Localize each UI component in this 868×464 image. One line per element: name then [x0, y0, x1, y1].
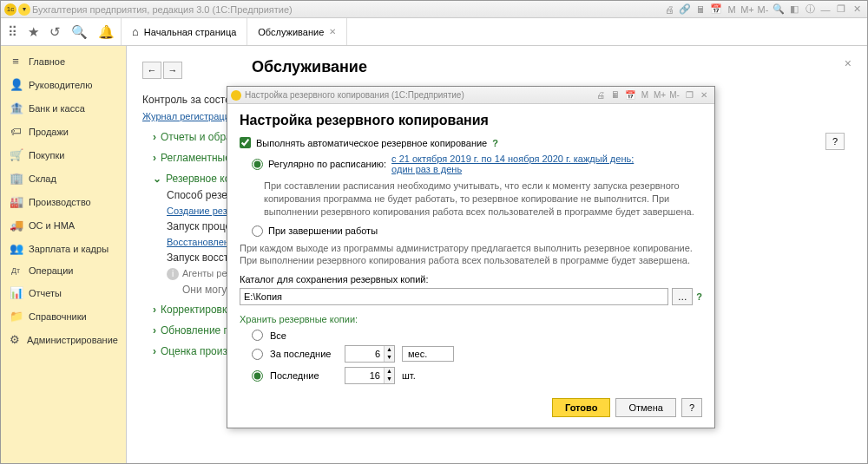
sidebar-item-assets[interactable]: 🚚ОС и НМА	[1, 213, 126, 237]
browse-button[interactable]: …	[672, 288, 693, 305]
sidebar-item-bank[interactable]: 🏦Банк и касса	[1, 96, 126, 120]
dialog-calendar-icon[interactable]: 📅	[623, 89, 637, 101]
onexit-desc: При каждом выходе из программы администр…	[240, 242, 702, 268]
ready-button[interactable]: Готово	[552, 398, 610, 417]
sidebar-item-label: Покупки	[29, 150, 64, 160]
content-help-button[interactable]: ?	[825, 133, 845, 150]
close-icon[interactable]: ✕	[850, 3, 864, 16]
retain-lastn-radio[interactable]	[252, 349, 263, 360]
dialog-m-minus-icon[interactable]: M-	[667, 89, 681, 101]
lastn-spinner[interactable]: ▲▼	[345, 345, 395, 363]
dialog-help-button[interactable]: ?	[681, 398, 702, 417]
dialog-print-icon[interactable]: 🖨	[594, 89, 608, 101]
sidebar-item-sales[interactable]: 🏷Продажи	[1, 120, 126, 143]
lastcount-spinner[interactable]: ▲▼	[345, 367, 395, 384]
info-icon[interactable]: ⓘ	[803, 3, 817, 16]
dialog-close-icon[interactable]: ✕	[697, 89, 711, 101]
sidebar-item-warehouse[interactable]: 🏢Склад	[1, 167, 126, 190]
sidebar-item-manager[interactable]: 👤Руководителю	[1, 73, 126, 96]
up-icon[interactable]: ▲	[385, 368, 394, 376]
bell-icon[interactable]: 🔔	[98, 24, 115, 40]
sidebar-item-production[interactable]: 🏭Производство	[1, 190, 126, 213]
tab-service[interactable]: Обслуживание ✕	[247, 18, 347, 45]
dialog-calc-icon[interactable]: 🖩	[608, 89, 622, 101]
lastn-unit[interactable]: мес.	[402, 346, 454, 362]
sidebar-item-label: Главное	[29, 56, 65, 67]
m-minus-icon[interactable]: M-	[756, 3, 770, 16]
print-icon[interactable]: 🖨	[662, 3, 676, 16]
link-icon[interactable]: 🔗	[678, 3, 692, 16]
sidebar-item-operations[interactable]: ДтОперации	[1, 260, 126, 281]
calc-icon[interactable]: 🖩	[694, 3, 707, 16]
star-icon[interactable]: ★	[28, 24, 39, 40]
schedule-radio-label: Регулярно по расписанию:	[268, 159, 386, 169]
sidebar-item-reports[interactable]: 📊Отчеты	[1, 281, 126, 304]
dialog-titlebar: Настройка резервного копирования (1С:Пре…	[227, 87, 714, 104]
minimize-icon[interactable]: —	[819, 3, 832, 16]
sidebar-item-label: Администрирование	[27, 335, 118, 345]
app-icon: 1c	[4, 3, 16, 16]
sidebar-item-purchases[interactable]: 🛒Покупки	[1, 143, 126, 167]
retain-lastcount-radio[interactable]	[252, 370, 263, 382]
dialog-restore-icon[interactable]: ❐	[682, 89, 696, 101]
schedule-link[interactable]: с 21 октября 2019 г. по 14 ноября 2020 г…	[391, 154, 652, 174]
retain-all-radio[interactable]	[252, 330, 263, 341]
history-icon[interactable]: ↺	[49, 24, 61, 40]
down-icon[interactable]: ▼	[385, 354, 394, 362]
dialog-title: Настройка резервного копирования (1С:Пре…	[245, 90, 594, 100]
gear-icon: ⚙	[10, 333, 20, 346]
tag-icon: 🏷	[10, 125, 22, 138]
titlebar: 1c ▾ Бухгалтерия предприятия, редакция 3…	[1, 1, 867, 18]
tab-home[interactable]: ⌂ Начальная страница	[121, 18, 247, 45]
onexit-radio[interactable]	[252, 225, 263, 237]
tab-service-label: Обслуживание	[258, 27, 324, 37]
catalog-input[interactable]	[240, 288, 668, 305]
apps-icon[interactable]: ⠿	[8, 24, 17, 40]
retain-lastcount-label: Последние	[270, 370, 338, 381]
help-icon[interactable]: ?	[492, 138, 498, 148]
down-icon[interactable]: ▼	[385, 376, 394, 383]
content-close-icon[interactable]: ×	[845, 56, 852, 70]
m-icon[interactable]: M	[725, 3, 739, 16]
sidebar-item-label: Продажи	[29, 127, 69, 137]
back-button[interactable]: ←	[142, 62, 161, 79]
panel-icon[interactable]: ◧	[787, 3, 801, 16]
sidebar-item-catalogs[interactable]: 📁Справочники	[1, 304, 126, 328]
cart-icon: 🛒	[10, 148, 22, 161]
home-icon: ⌂	[132, 25, 139, 38]
sidebar-item-admin[interactable]: ⚙Администрирование	[1, 328, 126, 351]
tab-home-label: Начальная страница	[144, 27, 236, 37]
catalog-label: Каталог для сохранения резервных копий:	[240, 274, 702, 284]
lastcount-input[interactable]	[345, 368, 384, 383]
sidebar-item-label: Зарплата и кадры	[29, 244, 108, 254]
dialog-m-plus-icon[interactable]: M+	[653, 89, 667, 101]
catalog-help-icon[interactable]: ?	[696, 291, 702, 302]
sidebar-item-payroll[interactable]: 👥Зарплата и кадры	[1, 237, 126, 260]
sidebar-item-main[interactable]: ≡Главное	[1, 49, 126, 73]
maximize-icon[interactable]: ❐	[834, 3, 848, 16]
auto-backup-checkbox[interactable]	[240, 137, 251, 148]
forward-button[interactable]: →	[163, 62, 182, 79]
search-icon[interactable]: 🔍	[772, 3, 786, 16]
toolbar-icons: ⠿ ★ ↺ 🔍 🔔	[1, 24, 122, 40]
info-badge-icon: i	[167, 268, 179, 280]
backup-settings-dialog: Настройка резервного копирования (1С:Пре…	[227, 86, 715, 428]
dialog-m-icon[interactable]: M	[638, 89, 652, 101]
tab-close-icon[interactable]: ✕	[329, 27, 336, 36]
dialog-footer: Готово Отмена ?	[240, 398, 702, 417]
sidebar-item-label: Банк и касса	[29, 103, 85, 114]
calendar-icon[interactable]: 📅	[709, 3, 723, 16]
lastn-input[interactable]	[345, 346, 384, 362]
toolbar: ⠿ ★ ↺ 🔍 🔔 ⌂ Начальная страница Обслужива…	[1, 18, 867, 46]
up-icon[interactable]: ▲	[385, 346, 394, 354]
schedule-desc: При составлении расписания необходимо уч…	[264, 180, 702, 219]
chart-icon: 📊	[10, 286, 22, 299]
tabs: ⌂ Начальная страница Обслуживание ✕	[122, 18, 347, 45]
m-plus-icon[interactable]: M+	[740, 3, 754, 16]
journal-link[interactable]: Журнал регистрации	[142, 111, 235, 121]
search-toolbar-icon[interactable]: 🔍	[71, 24, 88, 40]
dialog-body: Настройка резервного копирования Выполня…	[227, 104, 714, 428]
schedule-radio[interactable]	[252, 159, 263, 170]
sidebar-item-label: Склад	[29, 173, 56, 184]
cancel-button[interactable]: Отмена	[615, 398, 675, 417]
